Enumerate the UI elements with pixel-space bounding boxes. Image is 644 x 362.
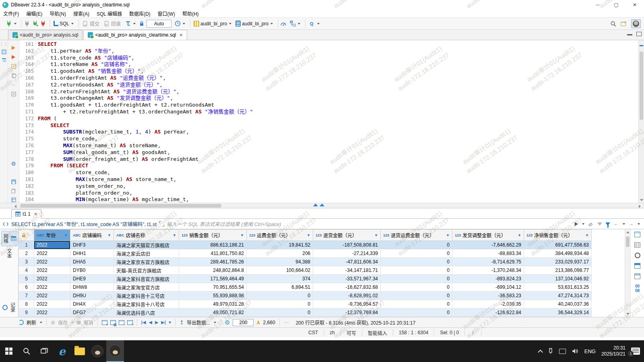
grid-cell[interactable]: 691,477,556.63 — [524, 241, 592, 249]
grid-cell[interactable]: 2022 — [34, 275, 70, 283]
close-results-tab-icon[interactable]: ✕ — [34, 212, 37, 217]
nav-forward-icon[interactable]: → — [628, 221, 634, 227]
filter-input[interactable]: 输入一个 SQL 表达式来过滤结果 (使用 Ctrl+Space) — [167, 220, 572, 228]
grid-cell[interactable]: 374 — [247, 275, 313, 283]
grid-cell[interactable]: 886,613,186.21 — [179, 241, 247, 249]
scrollbar-thumb[interactable] — [640, 51, 643, 120]
statusbar-item[interactable]: 智能插入 — [362, 329, 393, 336]
dropdown-arrow-icon[interactable] — [214, 322, 216, 323]
total-row-count[interactable]: 2,660 — [263, 320, 275, 325]
splitter-handle[interactable] — [313, 204, 324, 206]
row-number[interactable]: 4 — [19, 266, 34, 275]
panel-metadata-icon[interactable] — [634, 274, 640, 279]
perspective-icon[interactable] — [621, 21, 627, 27]
column-filter-arrow-icon[interactable]: ▼ — [374, 233, 378, 237]
grid-vertical-scrollbar[interactable] — [625, 229, 630, 317]
input-language[interactable]: ENG — [584, 348, 596, 354]
code-line[interactable]: 173 SELECT — [19, 122, 638, 129]
grid-cell[interactable]: 49,979,031.28 — [179, 300, 247, 309]
expand-editor-icon[interactable] — [11, 91, 17, 97]
grid-cell[interactable]: 213,386,098.77 — [524, 266, 592, 275]
clear-filter-icon[interactable] — [588, 221, 594, 227]
statusbar-item[interactable]: 158 : 1 : 6304 — [393, 329, 434, 336]
grid-cell[interactable]: 0 — [381, 300, 452, 309]
grid-cell[interactable]: 233,029,937.17 — [524, 258, 592, 266]
grid-cell[interactable]: -36,583.23 — [452, 292, 524, 300]
copy-icon[interactable] — [11, 73, 17, 78]
usb-icon[interactable] — [548, 348, 553, 354]
close-button[interactable]: ✕ — [625, 0, 644, 10]
row-number[interactable]: 8 — [19, 300, 34, 309]
cancel-button[interactable]: 取消 — [84, 319, 93, 326]
execute-statement-icon[interactable] — [11, 45, 17, 51]
grid-cell[interactable]: 411,801,750.82 — [179, 249, 247, 258]
taskbar-search-button[interactable] — [18, 340, 35, 362]
code-line[interactable]: 163 t1.store_code AS "店铺编码", — [19, 55, 638, 62]
row-number[interactable]: 1 — [19, 241, 34, 249]
column-filter-arrow-icon[interactable]: ▼ — [518, 233, 521, 237]
grid-cell[interactable]: 2022 — [34, 266, 70, 275]
editor-minimize-icon[interactable] — [627, 32, 632, 35]
menu-item[interactable]: 编辑(E) — [26, 10, 42, 17]
search-icon[interactable] — [610, 21, 617, 27]
code-line[interactable]: 167 t2.returnGoodsAmt AS "退货金额（元）", — [19, 82, 638, 88]
panel-calc-icon[interactable] — [634, 263, 640, 269]
code-line[interactable]: 180 store_code, — [19, 169, 638, 176]
code-line[interactable]: 181 MAX(store_name) AS store_name_t, — [19, 176, 638, 183]
grid-cell[interactable]: -8,628,991.02 — [313, 292, 381, 300]
restore-panel-icon[interactable]: ⋮⋮ — [1, 41, 7, 47]
column-filter-arrow-icon[interactable]: ▼ — [240, 233, 244, 237]
grid-cell[interactable]: 137,104,046.92 — [524, 275, 592, 283]
dashboard-gauge-icon[interactable] — [280, 21, 287, 27]
grid-cell[interactable]: -1,370,248.34 — [452, 266, 524, 275]
code-line[interactable]: 161SELECT — [19, 41, 638, 48]
duplicate-row-icon[interactable] — [110, 320, 116, 325]
grid-cell[interactable]: 248,802,864.8 — [179, 266, 247, 275]
grid-cell[interactable]: 2022 — [34, 258, 70, 266]
grid-cell[interactable]: -33,571,967.34 — [313, 275, 381, 283]
grid-cell[interactable]: 19,841.52 — [247, 241, 313, 249]
table-row[interactable]: 82022DH4X海澜之家抖音十八号店49,979,031.280-9,736,… — [19, 300, 592, 309]
grid-cell[interactable]: 70,951,655.54 — [179, 283, 247, 292]
grid-cell[interactable]: -88,683.34 — [452, 249, 524, 258]
grid-cell[interactable]: 2022 — [34, 283, 70, 292]
grid-cell[interactable]: 海澜之家京东官方旗舰店 — [114, 258, 179, 266]
grid-cell[interactable]: 海澜之家抖音十八号店 — [114, 300, 179, 309]
filter-history-dropdown-icon[interactable] — [582, 223, 584, 225]
editor-tab[interactable]: <audit_bi_pro> analysis.sql — [8, 30, 83, 40]
last-row-icon[interactable]: ▶| — [161, 320, 166, 325]
grid-cell[interactable]: 36,544,329.14 — [524, 309, 592, 317]
grid-cell[interactable]: 2022 — [34, 241, 70, 249]
lock-icon[interactable] — [138, 21, 145, 27]
grid-cell[interactable]: -16,627,832.68 — [313, 283, 381, 292]
execute-script-icon[interactable] — [11, 54, 17, 60]
code-line[interactable]: 164 t1.storeName AS "店铺名称", — [19, 61, 638, 68]
scrollbar-thumb[interactable] — [20, 204, 221, 208]
grid-cell[interactable]: -126,622.84 — [452, 309, 524, 317]
fetch-page-icon[interactable]: ⌖ — [169, 320, 171, 325]
grid-cell[interactable]: 海澜之家淘宝官方店 — [114, 283, 179, 292]
grid-cell[interactable]: 0 — [381, 266, 452, 275]
scroll-up-icon[interactable] — [626, 231, 630, 233]
menu-item[interactable]: 窗口(W) — [158, 10, 175, 17]
statusbar-item[interactable]: Sel: 0 | 0 — [434, 329, 465, 336]
menu-item[interactable]: SQL 编辑器 — [97, 10, 122, 17]
dropdown-arrow-icon[interactable] — [638, 223, 640, 225]
grid-cell[interactable]: 海澜之家天猫官方旗舰店 — [114, 241, 179, 249]
dropdown-arrow-icon[interactable] — [40, 322, 42, 323]
row-number[interactable]: 3 — [19, 258, 34, 266]
grid-cell[interactable]: -893,824.23 — [452, 275, 524, 283]
menu-item[interactable]: 帮助(H) — [182, 10, 199, 17]
table-row[interactable]: 12022DHF3海澜之家天猫官方旗舰店886,613,186.2119,841… — [19, 241, 592, 249]
table-row[interactable]: 32022DHA5海澜之家京东官方旗舰店289,461,785.2694,388… — [19, 258, 592, 266]
grid-cell[interactable]: DHW8 — [70, 283, 114, 292]
grid-cell[interactable]: DHA5 — [70, 258, 114, 266]
code-line[interactable]: 168 t2.returnFreightAmt AS "退货运费金额（元）", — [19, 88, 638, 95]
code-line[interactable]: 177 SUM(real_goods_amt_t) AS goodsAmt, — [19, 149, 638, 156]
grid-cell[interactable]: 94,388 — [247, 258, 313, 266]
export-data-button[interactable]: 导出数据... — [187, 319, 210, 326]
code-line[interactable]: 183 platform_order_no, — [19, 190, 638, 197]
table-row[interactable]: 72022DH9U海澜之家抖音十三号店55,939,888.980-8,628,… — [19, 292, 592, 300]
grid-cell[interactable]: 0 — [381, 241, 452, 249]
table-row[interactable]: 92022DFG7海澜优选抖音八店49,050,721.820-12,379,7… — [19, 309, 592, 317]
